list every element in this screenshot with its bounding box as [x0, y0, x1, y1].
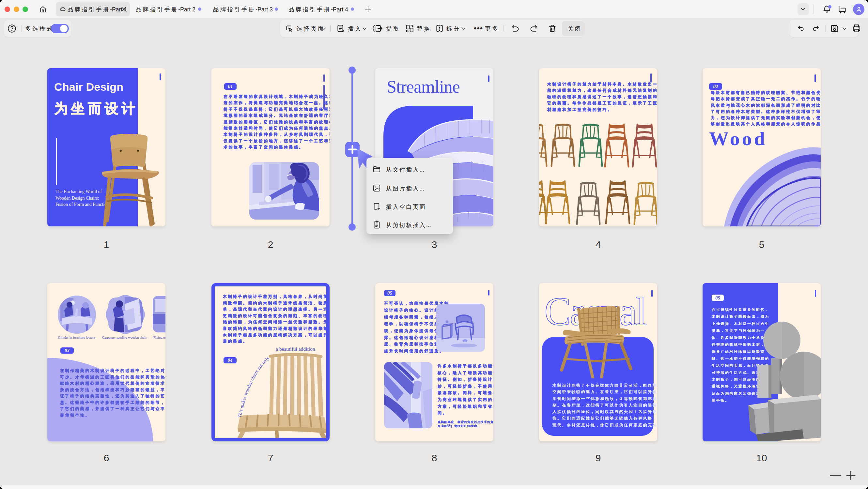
svg-text:This makes wooden chairs not o: This makes wooden chairs not only — [237, 355, 270, 418]
